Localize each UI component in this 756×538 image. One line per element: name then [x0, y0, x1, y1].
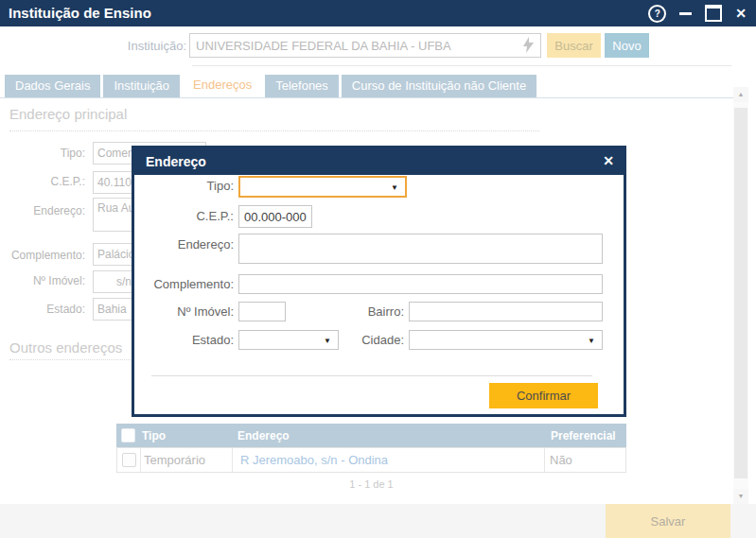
window-titlebar: Instituição de Ensino ? ✕ — [0, 0, 756, 26]
pagination-status: 1 - 1 de 1 — [116, 478, 626, 490]
modal-complemento-input[interactable] — [238, 274, 603, 294]
institution-input[interactable] — [189, 33, 541, 58]
row-checkbox[interactable] — [122, 453, 136, 467]
tab-bottom-border — [0, 97, 733, 98]
novo-button[interactable]: Novo — [605, 33, 649, 58]
modal-close-icon[interactable]: ✕ — [603, 153, 614, 168]
section-outros-enderecos: Outros endereços — [9, 339, 122, 356]
search-separator — [192, 65, 731, 66]
modal-title: Endereço — [146, 154, 206, 169]
table-row[interactable]: Temporário R Jeremoabo, s/n - Ondina Não — [116, 447, 626, 473]
header-endereco: Endereço — [230, 424, 546, 447]
institution-window: Instituição de Ensino ? ✕ Instituição: B… — [0, 0, 756, 538]
modal-estado-label: Estado: — [139, 333, 234, 347]
vertical-scrollbar[interactable]: ▲ ▼ — [733, 87, 748, 504]
lightning-icon — [523, 37, 534, 53]
bg-n-imovel-input[interactable] — [93, 270, 136, 293]
row-checkbox-cell — [117, 448, 140, 472]
help-icon[interactable]: ? — [648, 5, 666, 23]
section-divider-1 — [9, 130, 539, 131]
scroll-up-icon[interactable]: ▲ — [733, 87, 748, 102]
tab-dados-gerais[interactable]: Dados Gerais — [5, 75, 100, 97]
close-icon[interactable]: ✕ — [735, 7, 747, 20]
address-link[interactable]: R Jeremoabo, s/n - Ondina — [240, 453, 388, 467]
tab-bar: Dados Gerais Instituição Endereços Telef… — [5, 75, 536, 97]
row-preferencial: Não — [544, 448, 625, 472]
modal-cidade-select[interactable]: ▼ — [409, 330, 603, 350]
modal-complemento-label: Complemento: — [139, 277, 234, 291]
modal-bairro-input[interactable] — [409, 302, 603, 321]
modal-cep-label: C.E.P.: — [139, 209, 234, 223]
header-tipo: Tipo — [139, 424, 230, 447]
addresses-table: Tipo Endereço Preferencial Temporário R … — [116, 424, 626, 473]
header-checkbox-cell — [116, 424, 139, 447]
select-all-checkbox[interactable] — [121, 428, 135, 443]
chevron-down-icon: ▼ — [391, 182, 398, 191]
table-header-row: Tipo Endereço Preferencial — [116, 424, 626, 447]
scrollbar-thumb[interactable] — [734, 108, 747, 478]
modal-titlebar: Endereço ✕ — [134, 148, 624, 175]
chevron-down-icon: ▼ — [588, 336, 595, 344]
modal-bairro-label: Bairro: — [309, 304, 404, 319]
bg-complemento-label: Complemento: — [2, 249, 85, 262]
modal-tipo-label: Tipo: — [139, 179, 234, 193]
modal-n-imovel-input[interactable] — [238, 302, 286, 321]
tab-instituicao[interactable]: Instituição — [103, 75, 180, 97]
header-preferencial: Preferencial — [546, 424, 626, 447]
row-endereco: R Jeremoabo, s/n - Ondina — [232, 448, 544, 472]
section-endereco-principal: Endereço principal — [9, 106, 127, 122]
modal-endereco-textarea[interactable] — [238, 234, 603, 264]
tab-telefones[interactable]: Telefones — [265, 75, 339, 97]
modal-endereco-label: Endereço: — [139, 237, 234, 252]
scroll-down-icon[interactable]: ▼ — [733, 489, 748, 504]
titlebar-icons: ? ✕ — [648, 0, 747, 26]
confirmar-button[interactable]: Confirmar — [489, 383, 598, 408]
institution-field-label: Instituição: — [57, 39, 186, 53]
modal-footer-divider — [151, 375, 592, 376]
bg-estado-label: Estado: — [2, 303, 85, 316]
endereco-modal: Endereço ✕ Tipo: ▼ C.E.P.: Endereço: Com… — [132, 146, 626, 417]
buscar-button[interactable]: Buscar — [547, 33, 601, 58]
tab-enderecos[interactable]: Endereços — [183, 73, 262, 97]
bg-n-imovel-label: Nº Imóvel: — [2, 274, 85, 287]
bg-tipo-label: Tipo: — [2, 147, 85, 160]
minimize-icon[interactable] — [679, 12, 692, 15]
bg-cep-label: C.E.P.: — [2, 175, 85, 188]
salvar-button[interactable]: Salvar — [606, 504, 730, 538]
row-tipo: Temporário — [140, 448, 232, 472]
bg-endereco-label: Endereço: — [2, 204, 85, 217]
modal-n-imovel-label: Nº Imóvel: — [139, 304, 234, 319]
modal-cep-input[interactable] — [238, 205, 312, 228]
tab-curso-nao-cliente[interactable]: Curso de Instituição não Cliente — [342, 75, 536, 97]
maximize-icon[interactable] — [705, 5, 722, 22]
modal-tipo-select[interactable]: ▼ — [238, 176, 407, 198]
modal-cidade-label: Cidade: — [309, 333, 404, 347]
window-title: Instituição de Ensino — [9, 5, 151, 21]
